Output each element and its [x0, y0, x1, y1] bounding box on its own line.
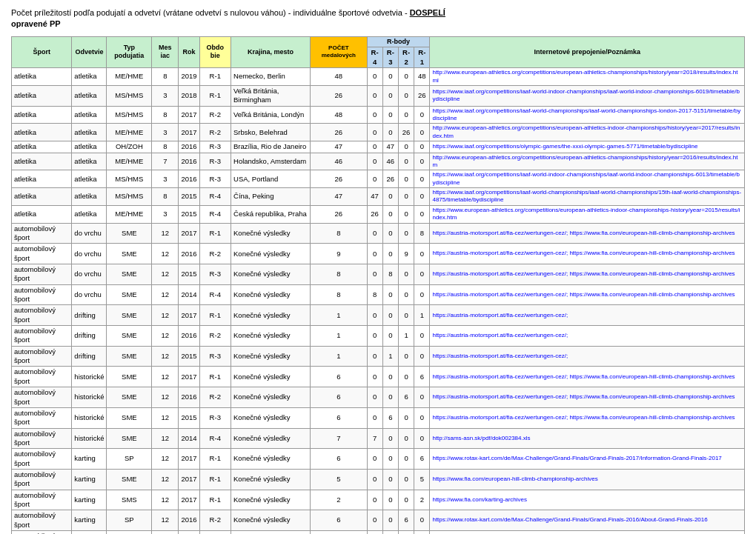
table-row: automobilový športdo vrchuSME122015R-3Ko… — [12, 264, 745, 285]
table-cell: https://www.iaaf.org/competitions/iaaf-w… — [430, 106, 745, 124]
table-cell: 26 — [311, 124, 367, 141]
table-cell: OH/ZOH — [107, 141, 152, 153]
table-cell: https://www.fia.com/european-hill-climb-… — [430, 469, 745, 490]
table-cell: 0 — [382, 367, 398, 387]
table-cell: R-3 — [199, 153, 231, 170]
table-cell: 0 — [414, 153, 430, 170]
table-cell: http://www.european-athletics.org/compet… — [430, 153, 745, 170]
table-cell: 0 — [382, 428, 398, 449]
table-cell: 2015 — [179, 188, 199, 206]
table-row: atletikaatletikaOH/ZOH82016R-3Brazília, … — [12, 141, 745, 153]
table-cell: 0 — [382, 469, 398, 490]
table-cell: 0 — [367, 223, 382, 244]
table-cell: 9 — [398, 244, 414, 264]
header-subtitle: opravené PP — [11, 19, 61, 28]
table-cell: https://austria-motorsport.at/fia-cez/we… — [430, 387, 745, 408]
table-cell: Čína, Peking — [231, 188, 311, 206]
table-cell: https://www.rotax-kart.com/de/Max-Challe… — [430, 510, 745, 531]
table-cell: 3 — [152, 124, 179, 141]
table-cell: historické — [72, 407, 107, 428]
table-cell: 2016 — [179, 170, 199, 188]
table-cell: atletika — [12, 205, 72, 223]
table-cell: 0 — [367, 469, 382, 490]
table-cell: Konečné výsledky — [231, 407, 311, 428]
table-cell: Holandsko, Amsterdam — [231, 153, 311, 170]
col-rpoints: R-body — [367, 36, 430, 47]
table-cell: 12 — [152, 223, 179, 244]
table-cell: 0 — [382, 68, 398, 86]
table-cell: 0 — [382, 490, 398, 510]
table-cell: 48 — [311, 106, 367, 124]
table-cell: 46 — [382, 153, 398, 170]
table-cell: 0 — [398, 153, 414, 170]
table-cell: 6 — [414, 367, 430, 387]
table-cell: automobilový šport — [12, 387, 72, 408]
table-row: atletikaatletikaME/HME32017R-2Srbsko, Be… — [12, 124, 745, 141]
table-cell: Konečné výsledky — [231, 264, 311, 285]
table-cell: automobilový šport — [12, 284, 72, 305]
table-cell: 7 — [311, 428, 367, 449]
table-cell: 0 — [367, 510, 382, 531]
table-cell: do vrchu — [72, 223, 107, 244]
table-cell: SME — [107, 326, 152, 347]
table-cell: 46 — [311, 153, 367, 170]
table-cell: https://austria-motorsport.at/fia-cez/we… — [430, 244, 745, 264]
table-cell: https://austria-motorsport.at/fia-cez/we… — [430, 305, 745, 326]
table-cell: 6 — [311, 510, 367, 531]
table-cell: 5 — [414, 469, 430, 490]
table-cell: https://austria-motorsport.at/fia-cez/we… — [430, 264, 745, 285]
table-cell: R-1 — [199, 85, 231, 106]
table-cell: 2 — [311, 490, 367, 510]
table-cell: atletika — [72, 188, 107, 206]
table-cell: https://www.european-athletics.org/compe… — [430, 205, 745, 223]
table-cell: 0 — [367, 305, 382, 326]
table-cell: 2016 — [179, 244, 199, 264]
table-cell: 2015 — [179, 264, 199, 285]
table-cell: Konečné výsledky — [231, 346, 311, 367]
table-cell: 0 — [414, 124, 430, 141]
table-cell: Konečné výsledky — [231, 449, 311, 470]
table-cell: SME — [107, 469, 152, 490]
table-cell: 0 — [414, 244, 430, 264]
col-odvetvie: Odvetvie — [72, 36, 107, 67]
table-cell: 2017 — [179, 449, 199, 470]
table-cell: 6 — [311, 407, 367, 428]
table-cell: SME — [107, 264, 152, 285]
table-cell: R-1 — [199, 449, 231, 470]
table-cell: 0 — [398, 449, 414, 470]
table-cell: atletika — [12, 106, 72, 124]
table-cell: 0 — [367, 407, 382, 428]
table-cell: Veľká Británia, Birmingham — [231, 85, 311, 106]
table-cell: 0 — [382, 326, 398, 347]
table-cell: https://austria-motorsport.at/fia-cez/we… — [430, 407, 745, 428]
table-cell: 0 — [414, 530, 430, 534]
table-cell: SME — [107, 244, 152, 264]
table-cell: 0 — [367, 326, 382, 347]
table-cell: 0 — [414, 264, 430, 285]
table-cell: 0 — [367, 490, 382, 510]
page-header: Počet príležitostí podľa podujatí a odve… — [11, 7, 745, 30]
table-cell: 47 — [311, 188, 367, 206]
table-cell: R-1 — [199, 490, 231, 510]
table-cell: automobilový šport — [12, 346, 72, 367]
table-row: automobilový športdo vrchuSME122014R-4Ko… — [12, 284, 745, 305]
table-cell: Konečné výsledky — [231, 469, 311, 490]
col-obdo: Obdo bie — [199, 36, 231, 67]
table-cell: 0 — [414, 346, 430, 367]
table-cell: automobilový šport — [12, 407, 72, 428]
table-row: automobilový športdriftingSME122016R-2Ko… — [12, 326, 745, 347]
table-cell: 2016 — [179, 510, 199, 531]
table-cell: atletika — [12, 188, 72, 206]
table-cell: 0 — [382, 284, 398, 305]
table-row: atletikaatletikaMS/HMS32018R-1Veľká Brit… — [12, 85, 745, 106]
table-cell: 2015 — [179, 407, 199, 428]
table-cell: 2016 — [179, 141, 199, 153]
table-cell: 6 — [311, 367, 367, 387]
table-cell: 48 — [311, 68, 367, 86]
table-cell: 8 — [311, 223, 367, 244]
table-cell: R-4 — [199, 205, 231, 223]
table-cell: 0 — [414, 141, 430, 153]
table-cell: SME — [107, 346, 152, 367]
table-cell: 0 — [398, 68, 414, 86]
col-krajina: Krajina, mesto — [231, 36, 311, 67]
